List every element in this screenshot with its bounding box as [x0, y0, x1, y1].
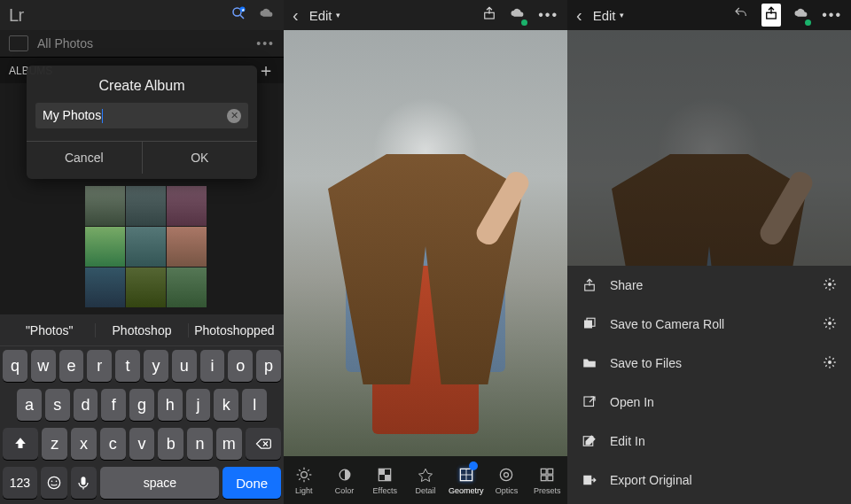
suggestion-bar: "Photos" Photoshop Photoshopped: [0, 314, 284, 346]
gear-icon[interactable]: [823, 355, 837, 372]
key-done[interactable]: Done: [223, 467, 281, 499]
key-m[interactable]: m: [216, 428, 242, 460]
svg-line-16: [308, 469, 309, 471]
grid-thumb[interactable]: [126, 227, 166, 267]
share-item-edit-in[interactable]: Edit In: [567, 422, 851, 461]
key-k[interactable]: k: [214, 389, 238, 421]
key-backspace[interactable]: [246, 428, 281, 460]
key-numbers[interactable]: 123: [3, 467, 37, 499]
share-icon[interactable]: [481, 5, 497, 25]
grid-thumb[interactable]: [126, 186, 166, 226]
key-j[interactable]: j: [186, 389, 211, 421]
photo-canvas[interactable]: [284, 0, 567, 504]
share-item-label: Export Original: [610, 473, 692, 487]
panel-library: Lr ★ All Photos ••• ALBUMS ＋ Create Albu…: [0, 0, 284, 504]
key-f[interactable]: f: [101, 389, 126, 421]
key-x[interactable]: x: [71, 428, 97, 460]
svg-rect-29: [542, 475, 547, 480]
key-d[interactable]: d: [74, 389, 98, 421]
key-mic[interactable]: [71, 467, 98, 499]
tool-geometry[interactable]: Geometry: [446, 456, 487, 504]
share-sheet: Share Save to Camera Roll Save to Files …: [567, 266, 851, 504]
more-icon[interactable]: •••: [256, 36, 275, 50]
key-w[interactable]: w: [31, 350, 56, 382]
tool-label: Color: [335, 486, 355, 495]
key-r[interactable]: r: [87, 350, 112, 382]
key-t[interactable]: t: [115, 350, 140, 382]
tool-color[interactable]: Color: [324, 456, 365, 504]
back-icon[interactable]: ‹: [576, 5, 582, 26]
tool-effects[interactable]: Effects: [364, 456, 405, 504]
share-icon[interactable]: [761, 4, 781, 27]
key-q[interactable]: q: [3, 350, 27, 382]
more-icon[interactable]: •••: [822, 7, 842, 23]
grid-thumb[interactable]: [126, 268, 166, 307]
kb-suggestion[interactable]: Photoshopped: [188, 323, 280, 337]
tool-optics[interactable]: Optics: [487, 456, 527, 504]
svg-rect-34: [584, 321, 592, 329]
key-i[interactable]: i: [200, 350, 225, 382]
tool-light[interactable]: Light: [284, 456, 324, 504]
cloud-sync-icon[interactable]: [793, 5, 809, 25]
edit-in-icon: [582, 433, 597, 449]
grid-thumb[interactable]: [167, 227, 207, 267]
cloud-icon[interactable]: [259, 5, 275, 25]
grid-thumb[interactable]: [85, 268, 125, 307]
grid-thumb[interactable]: [85, 186, 125, 226]
svg-line-15: [308, 478, 309, 480]
key-n[interactable]: n: [187, 428, 213, 460]
share-item-files[interactable]: Save to Files: [567, 344, 851, 383]
grid-thumb[interactable]: [167, 268, 207, 307]
key-v[interactable]: v: [129, 428, 155, 460]
search-icon[interactable]: ★: [230, 5, 246, 25]
key-e[interactable]: e: [59, 350, 84, 382]
key-c[interactable]: c: [100, 428, 126, 460]
album-name-input[interactable]: My Photos ✕: [35, 103, 248, 128]
key-emoji[interactable]: [41, 467, 67, 499]
svg-point-9: [301, 471, 308, 477]
kb-suggestion[interactable]: "Photos": [4, 323, 95, 337]
share-item-camera-roll[interactable]: Save to Camera Roll: [567, 305, 851, 344]
key-s[interactable]: s: [45, 389, 70, 421]
kb-suggestion[interactable]: Photoshop: [95, 323, 187, 337]
tool-label: Presets: [534, 486, 561, 495]
grid-thumb[interactable]: [85, 227, 125, 267]
key-b[interactable]: b: [158, 428, 183, 460]
tool-presets[interactable]: Presets: [527, 456, 567, 504]
photo-grid: [85, 186, 206, 307]
key-shift[interactable]: [3, 428, 38, 460]
ok-button[interactable]: OK: [142, 142, 258, 174]
svg-line-1: [240, 15, 244, 19]
more-icon[interactable]: •••: [538, 7, 558, 23]
open-in-icon: [582, 394, 597, 410]
tool-detail[interactable]: Detail: [405, 456, 446, 504]
undo-icon[interactable]: [733, 5, 749, 25]
share-item-share[interactable]: Share: [567, 266, 851, 305]
gear-icon[interactable]: [823, 277, 837, 294]
share-item-open-in[interactable]: Open In: [567, 383, 851, 422]
share-item-export-original[interactable]: Export Original: [567, 461, 851, 500]
key-o[interactable]: o: [228, 350, 253, 382]
back-icon[interactable]: ‹: [293, 5, 299, 26]
key-l[interactable]: l: [242, 389, 267, 421]
folder-icon: [582, 355, 597, 371]
svg-rect-21: [385, 475, 391, 481]
grid-thumb[interactable]: [167, 186, 207, 226]
key-a[interactable]: a: [17, 389, 42, 421]
add-album-icon[interactable]: ＋: [257, 58, 275, 82]
key-z[interactable]: z: [42, 428, 67, 460]
all-photos-row[interactable]: All Photos •••: [0, 30, 284, 57]
clear-input-icon[interactable]: ✕: [227, 109, 241, 123]
key-space[interactable]: space: [100, 467, 219, 499]
edit-dropdown[interactable]: Edit▾: [593, 8, 624, 23]
edit-dropdown[interactable]: Edit▾: [309, 8, 340, 23]
gear-icon[interactable]: [823, 316, 837, 333]
key-y[interactable]: y: [144, 350, 168, 382]
key-p[interactable]: p: [256, 350, 281, 382]
cloud-sync-icon[interactable]: [510, 5, 526, 25]
key-g[interactable]: g: [129, 389, 154, 421]
all-photos-label: All Photos: [37, 36, 93, 50]
key-h[interactable]: h: [158, 389, 183, 421]
cancel-button[interactable]: Cancel: [27, 142, 142, 174]
key-u[interactable]: u: [172, 350, 197, 382]
